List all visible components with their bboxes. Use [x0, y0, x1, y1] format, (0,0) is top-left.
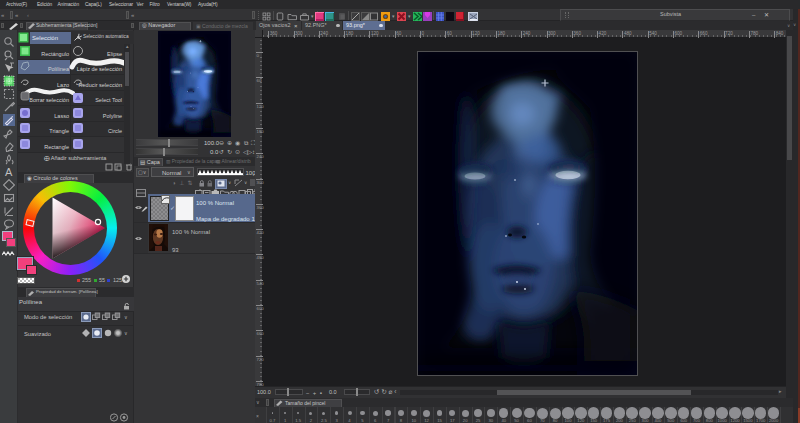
svg-text:A: A [5, 166, 13, 178]
